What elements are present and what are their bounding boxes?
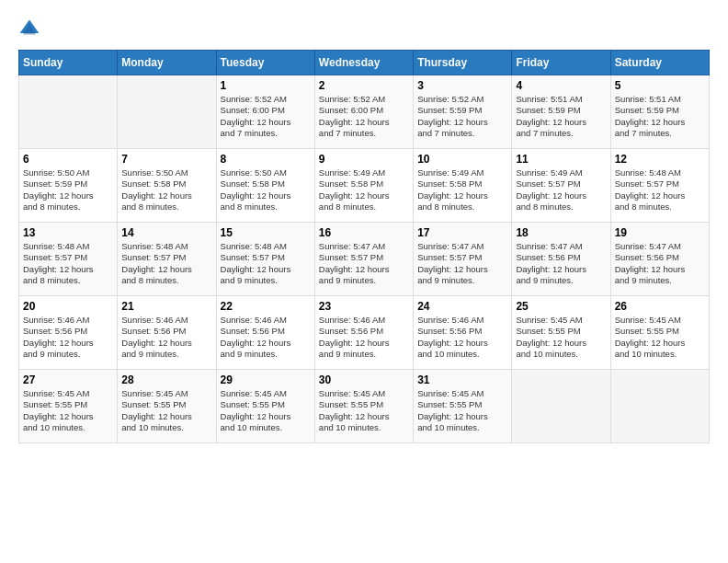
day-info: Sunrise: 5:48 AM Sunset: 5:57 PM Dayligh… — [221, 241, 311, 286]
day-info: Sunrise: 5:50 AM Sunset: 5:59 PM Dayligh… — [23, 167, 113, 213]
week-row-0: 1Sunrise: 5:52 AM Sunset: 6:00 PM Daylig… — [19, 75, 710, 149]
calendar-cell: 20Sunrise: 5:46 AM Sunset: 5:56 PM Dayli… — [19, 296, 118, 370]
calendar-cell: 26Sunrise: 5:45 AM Sunset: 5:55 PM Dayli… — [610, 296, 709, 370]
calendar-cell — [610, 370, 709, 443]
calendar-cell: 28Sunrise: 5:45 AM Sunset: 5:55 PM Dayli… — [118, 370, 216, 443]
day-number: 19 — [615, 226, 705, 239]
calendar-cell — [118, 75, 216, 149]
day-info: Sunrise: 5:48 AM Sunset: 5:57 PM Dayligh… — [23, 241, 113, 286]
calendar-cell: 23Sunrise: 5:46 AM Sunset: 5:56 PM Dayli… — [314, 296, 413, 370]
day-number: 16 — [319, 226, 409, 239]
calendar-cell: 12Sunrise: 5:48 AM Sunset: 5:57 PM Dayli… — [610, 149, 709, 223]
day-number: 3 — [417, 79, 507, 92]
calendar-cell: 15Sunrise: 5:48 AM Sunset: 5:57 PM Dayli… — [216, 223, 314, 296]
day-info: Sunrise: 5:47 AM Sunset: 5:57 PM Dayligh… — [417, 241, 507, 286]
day-number: 25 — [516, 300, 606, 313]
calendar-cell: 9Sunrise: 5:49 AM Sunset: 5:58 PM Daylig… — [314, 149, 413, 223]
day-number: 27 — [23, 373, 113, 386]
day-number: 10 — [417, 153, 507, 166]
calendar-cell: 2Sunrise: 5:52 AM Sunset: 6:00 PM Daylig… — [314, 75, 413, 149]
day-info: Sunrise: 5:48 AM Sunset: 5:57 PM Dayligh… — [615, 167, 705, 213]
day-info: Sunrise: 5:51 AM Sunset: 5:59 PM Dayligh… — [615, 94, 705, 139]
calendar-cell: 5Sunrise: 5:51 AM Sunset: 5:59 PM Daylig… — [610, 75, 709, 149]
day-number: 2 — [319, 79, 409, 92]
calendar-cell: 14Sunrise: 5:48 AM Sunset: 5:57 PM Dayli… — [118, 223, 216, 296]
day-number: 22 — [221, 300, 311, 313]
header-monday: Monday — [118, 51, 216, 75]
day-number: 26 — [615, 300, 705, 313]
calendar-cell: 18Sunrise: 5:47 AM Sunset: 5:56 PM Dayli… — [512, 223, 610, 296]
logo — [18, 18, 44, 40]
calendar-cell: 29Sunrise: 5:45 AM Sunset: 5:55 PM Dayli… — [216, 370, 314, 443]
day-info: Sunrise: 5:50 AM Sunset: 5:58 PM Dayligh… — [121, 167, 211, 213]
calendar-cell: 24Sunrise: 5:46 AM Sunset: 5:56 PM Dayli… — [414, 296, 512, 370]
day-info: Sunrise: 5:45 AM Sunset: 5:55 PM Dayligh… — [221, 388, 311, 433]
calendar-cell: 25Sunrise: 5:45 AM Sunset: 5:55 PM Dayli… — [512, 296, 610, 370]
day-info: Sunrise: 5:49 AM Sunset: 5:58 PM Dayligh… — [319, 167, 409, 213]
calendar-cell: 17Sunrise: 5:47 AM Sunset: 5:57 PM Dayli… — [414, 223, 512, 296]
day-number: 21 — [121, 300, 211, 313]
calendar-cell: 8Sunrise: 5:50 AM Sunset: 5:58 PM Daylig… — [216, 149, 314, 223]
calendar-cell: 16Sunrise: 5:47 AM Sunset: 5:57 PM Dayli… — [314, 223, 413, 296]
week-row-3: 20Sunrise: 5:46 AM Sunset: 5:56 PM Dayli… — [19, 296, 710, 370]
header-tuesday: Tuesday — [216, 51, 314, 75]
calendar-cell: 3Sunrise: 5:52 AM Sunset: 5:59 PM Daylig… — [414, 75, 512, 149]
day-number: 1 — [221, 79, 311, 92]
calendar-cell: 31Sunrise: 5:45 AM Sunset: 5:55 PM Dayli… — [414, 370, 512, 443]
day-number: 29 — [221, 373, 311, 386]
day-info: Sunrise: 5:50 AM Sunset: 5:58 PM Dayligh… — [221, 167, 311, 213]
logo-icon — [18, 18, 40, 40]
day-number: 18 — [516, 226, 606, 239]
header-thursday: Thursday — [414, 51, 512, 75]
header-friday: Friday — [512, 51, 610, 75]
calendar-table: SundayMondayTuesdayWednesdayThursdayFrid… — [18, 50, 710, 443]
day-info: Sunrise: 5:47 AM Sunset: 5:57 PM Dayligh… — [319, 241, 409, 286]
day-info: Sunrise: 5:52 AM Sunset: 6:00 PM Dayligh… — [221, 94, 311, 139]
day-info: Sunrise: 5:51 AM Sunset: 5:59 PM Dayligh… — [516, 94, 606, 139]
day-info: Sunrise: 5:49 AM Sunset: 5:58 PM Dayligh… — [417, 167, 507, 213]
header-saturday: Saturday — [610, 51, 709, 75]
calendar-cell: 4Sunrise: 5:51 AM Sunset: 5:59 PM Daylig… — [512, 75, 610, 149]
week-row-1: 6Sunrise: 5:50 AM Sunset: 5:59 PM Daylig… — [19, 149, 710, 223]
header-wednesday: Wednesday — [314, 51, 413, 75]
day-info: Sunrise: 5:46 AM Sunset: 5:56 PM Dayligh… — [417, 315, 507, 360]
calendar-cell: 1Sunrise: 5:52 AM Sunset: 6:00 PM Daylig… — [216, 75, 314, 149]
day-number: 15 — [221, 226, 311, 239]
day-number: 9 — [319, 153, 409, 166]
calendar-cell: 19Sunrise: 5:47 AM Sunset: 5:56 PM Dayli… — [610, 223, 709, 296]
day-number: 12 — [615, 153, 705, 166]
day-info: Sunrise: 5:47 AM Sunset: 5:56 PM Dayligh… — [615, 241, 705, 286]
calendar-cell: 22Sunrise: 5:46 AM Sunset: 5:56 PM Dayli… — [216, 296, 314, 370]
calendar-cell: 7Sunrise: 5:50 AM Sunset: 5:58 PM Daylig… — [118, 149, 216, 223]
calendar-cell: 11Sunrise: 5:49 AM Sunset: 5:57 PM Dayli… — [512, 149, 610, 223]
calendar-cell — [512, 370, 610, 443]
day-number: 8 — [221, 153, 311, 166]
calendar-header-row: SundayMondayTuesdayWednesdayThursdayFrid… — [19, 51, 710, 75]
day-number: 20 — [23, 300, 113, 313]
day-info: Sunrise: 5:46 AM Sunset: 5:56 PM Dayligh… — [221, 315, 311, 360]
day-number: 14 — [121, 226, 211, 239]
calendar-cell: 21Sunrise: 5:46 AM Sunset: 5:56 PM Dayli… — [118, 296, 216, 370]
day-info: Sunrise: 5:45 AM Sunset: 5:55 PM Dayligh… — [615, 315, 705, 360]
day-info: Sunrise: 5:48 AM Sunset: 5:57 PM Dayligh… — [121, 241, 211, 286]
day-number: 5 — [615, 79, 705, 92]
week-row-2: 13Sunrise: 5:48 AM Sunset: 5:57 PM Dayli… — [19, 223, 710, 296]
day-info: Sunrise: 5:46 AM Sunset: 5:56 PM Dayligh… — [121, 315, 211, 360]
day-number: 28 — [121, 373, 211, 386]
day-info: Sunrise: 5:52 AM Sunset: 5:59 PM Dayligh… — [417, 94, 507, 139]
day-number: 17 — [417, 226, 507, 239]
day-number: 7 — [121, 153, 211, 166]
calendar-cell — [19, 75, 118, 149]
page-header — [18, 18, 710, 40]
calendar-cell: 10Sunrise: 5:49 AM Sunset: 5:58 PM Dayli… — [414, 149, 512, 223]
day-info: Sunrise: 5:45 AM Sunset: 5:55 PM Dayligh… — [23, 388, 113, 433]
day-number: 31 — [417, 373, 507, 386]
calendar-cell: 6Sunrise: 5:50 AM Sunset: 5:59 PM Daylig… — [19, 149, 118, 223]
day-info: Sunrise: 5:47 AM Sunset: 5:56 PM Dayligh… — [516, 241, 606, 286]
day-info: Sunrise: 5:45 AM Sunset: 5:55 PM Dayligh… — [417, 388, 507, 433]
day-number: 23 — [319, 300, 409, 313]
day-info: Sunrise: 5:45 AM Sunset: 5:55 PM Dayligh… — [319, 388, 409, 433]
day-number: 24 — [417, 300, 507, 313]
calendar-cell: 30Sunrise: 5:45 AM Sunset: 5:55 PM Dayli… — [314, 370, 413, 443]
day-info: Sunrise: 5:45 AM Sunset: 5:55 PM Dayligh… — [516, 315, 606, 360]
